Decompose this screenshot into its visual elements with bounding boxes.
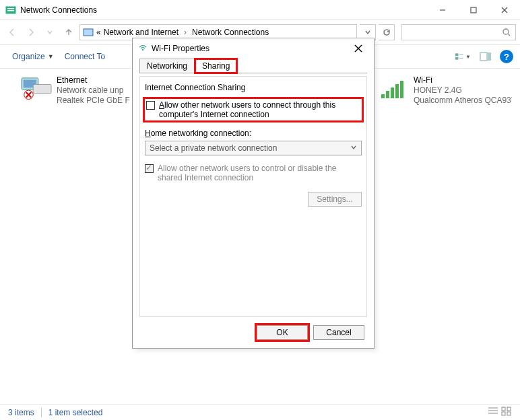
breadcrumb-seg2[interactable]: Network Connections (192, 28, 269, 37)
adapter-name: Ethernet (57, 75, 130, 85)
back-button[interactable] (4, 24, 20, 40)
chevron-right-icon: › (181, 28, 189, 37)
adapter-name: Wi-Fi (414, 75, 512, 85)
ethernet-icon (20, 75, 53, 101)
checkbox-icon (145, 164, 154, 173)
details-view-icon[interactable] (488, 407, 498, 418)
minimize-button[interactable] (427, 0, 458, 20)
svg-rect-10 (455, 53, 459, 56)
app-icon (5, 5, 16, 15)
up-button[interactable] (61, 24, 77, 40)
large-icons-view-icon[interactable] (501, 407, 512, 418)
wifi-small-icon (138, 43, 148, 55)
allow-control-label: Allow other network users to control or … (158, 164, 362, 182)
search-input[interactable] (401, 24, 516, 40)
tab-networking[interactable]: Networking (139, 59, 195, 73)
dialog-tabs: Networking Sharing (133, 59, 374, 73)
svg-point-22 (142, 48, 144, 50)
svg-rect-28 (502, 407, 505, 411)
search-icon (502, 28, 511, 37)
svg-rect-29 (507, 407, 511, 411)
selection-count: 1 item selected (48, 408, 103, 417)
dialog-titlebar: Wi-Fi Properties (133, 38, 374, 59)
group-label: Internet Connection Sharing (145, 83, 362, 92)
svg-rect-15 (488, 53, 491, 61)
chevron-down-icon (350, 143, 357, 153)
maximize-button[interactable] (458, 0, 489, 20)
recent-dropdown[interactable] (42, 24, 58, 40)
svg-rect-30 (502, 412, 505, 415)
breadcrumb-seg1[interactable]: Network and Internet (104, 28, 178, 37)
checkbox-icon[interactable] (146, 101, 155, 110)
settings-button: Settings... (308, 192, 362, 207)
svg-rect-31 (507, 412, 511, 415)
window-title: Network Connections (20, 5, 427, 15)
svg-rect-2 (7, 10, 14, 11)
allow-control-checkbox-row: Allow other network users to control or … (145, 164, 362, 182)
status-bar: 3 items 1 item selected (0, 404, 520, 420)
adapter-ssid: HONEY 2.4G (414, 85, 512, 96)
svg-rect-1 (7, 8, 14, 9)
refresh-button[interactable] (379, 24, 395, 40)
breadcrumb-prefix: « (96, 28, 101, 37)
adapter-driver: Qualcomm Atheros QCA9377... (414, 96, 512, 106)
svg-rect-18 (33, 84, 51, 93)
adapter-status: Network cable unp (57, 85, 130, 96)
allow-connect-checkbox-row[interactable]: Allow other network users to connect thr… (145, 99, 362, 120)
preview-pane-button[interactable] (477, 49, 494, 64)
window-titlebar: Network Connections (0, 0, 520, 20)
svg-rect-14 (480, 53, 487, 61)
wifi-icon (377, 75, 410, 101)
connect-menu[interactable]: Connect To (59, 52, 111, 61)
help-button[interactable]: ? (500, 50, 513, 63)
svg-rect-7 (84, 29, 93, 36)
network-icon (83, 28, 94, 37)
cancel-button[interactable]: Cancel (313, 325, 364, 340)
view-menu[interactable]: ▼ (454, 49, 472, 64)
ok-button[interactable]: OK (257, 325, 308, 340)
select-value: Select a private network connection (150, 143, 277, 153)
tab-sharing[interactable]: Sharing (195, 59, 237, 73)
item-count: 3 items (8, 408, 34, 417)
adapter-item-wifi[interactable]: Wi-Fi HONEY 2.4G Qualcomm Atheros QCA937… (377, 75, 512, 106)
dialog-close-button[interactable] (348, 38, 368, 59)
organize-menu[interactable]: Organize▼ (7, 52, 59, 61)
svg-rect-4 (471, 7, 476, 13)
svg-line-9 (508, 34, 510, 36)
home-network-select[interactable]: Select a private network connection (145, 141, 362, 155)
forward-button[interactable] (23, 24, 39, 40)
properties-dialog: Wi-Fi Properties Networking Sharing Inte… (132, 38, 375, 349)
home-network-label: Home networking connection: (145, 129, 362, 138)
allow-connect-label: Allow other network users to connect thr… (159, 100, 360, 119)
close-button[interactable] (489, 0, 520, 20)
adapter-driver: Realtek PCIe GbE F (57, 96, 130, 106)
svg-point-8 (503, 29, 509, 34)
dialog-title: Wi-Fi Properties (152, 44, 348, 53)
svg-rect-11 (455, 57, 459, 60)
